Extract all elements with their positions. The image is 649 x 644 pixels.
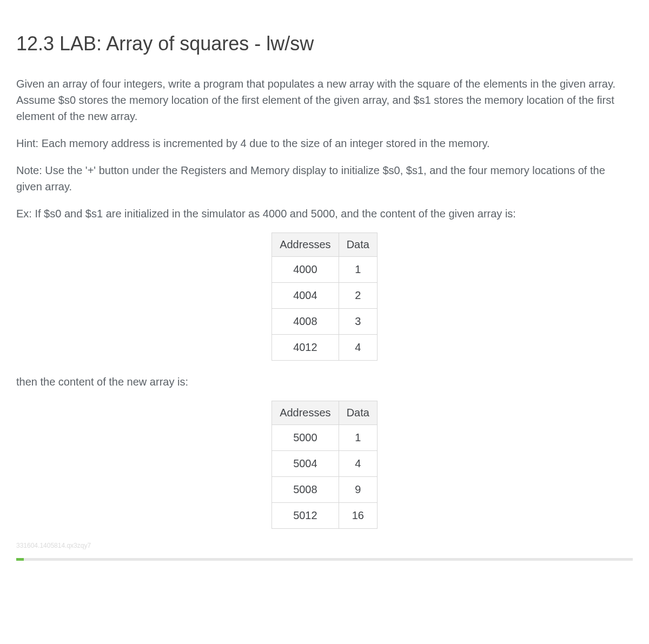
cell-data: 16 xyxy=(339,503,377,529)
table-header-addresses: Addresses xyxy=(272,401,339,425)
cell-address: 4012 xyxy=(272,335,339,361)
cell-address: 5004 xyxy=(272,451,339,477)
page-title: 12.3 LAB: Array of squares - lw/sw xyxy=(16,32,633,55)
table-row: 4012 4 xyxy=(272,335,378,361)
table-row: 5000 1 xyxy=(272,425,378,451)
cell-data: 1 xyxy=(339,257,377,283)
cell-address: 5012 xyxy=(272,503,339,529)
cell-address: 5008 xyxy=(272,477,339,503)
cell-data: 1 xyxy=(339,425,377,451)
cell-address: 4000 xyxy=(272,257,339,283)
table-row: 5008 9 xyxy=(272,477,378,503)
given-array-table: Addresses Data 4000 1 4004 2 4008 3 4012… xyxy=(271,233,378,361)
cell-address: 4004 xyxy=(272,283,339,309)
cell-data: 2 xyxy=(339,283,377,309)
cell-data: 4 xyxy=(339,451,377,477)
example-intro-paragraph: Ex: If $s0 and $s1 are initialized in th… xyxy=(16,205,633,222)
intro-paragraph: Given an array of four integers, write a… xyxy=(16,76,633,124)
result-intro-paragraph: then the content of the new array is: xyxy=(16,374,633,390)
table-header-data: Data xyxy=(339,401,377,425)
cell-data: 4 xyxy=(339,335,377,361)
progress-bar xyxy=(16,558,633,561)
cell-data: 9 xyxy=(339,477,377,503)
watermark-id: 331604.1405814.qx3zqy7 xyxy=(16,542,633,549)
note-paragraph: Note: Use the '+' button under the Regis… xyxy=(16,162,633,195)
cell-address: 5000 xyxy=(272,425,339,451)
progress-fill xyxy=(16,558,24,561)
table-row: 4008 3 xyxy=(272,309,378,335)
cell-address: 4008 xyxy=(272,309,339,335)
hint-paragraph: Hint: Each memory address is incremented… xyxy=(16,135,633,151)
table-row: 4004 2 xyxy=(272,283,378,309)
table-header-addresses: Addresses xyxy=(272,233,339,257)
new-array-table: Addresses Data 5000 1 5004 4 5008 9 5012… xyxy=(271,401,378,529)
table-header-data: Data xyxy=(339,233,377,257)
table-row: 5012 16 xyxy=(272,503,378,529)
table-row: 4000 1 xyxy=(272,257,378,283)
cell-data: 3 xyxy=(339,309,377,335)
table-row: 5004 4 xyxy=(272,451,378,477)
